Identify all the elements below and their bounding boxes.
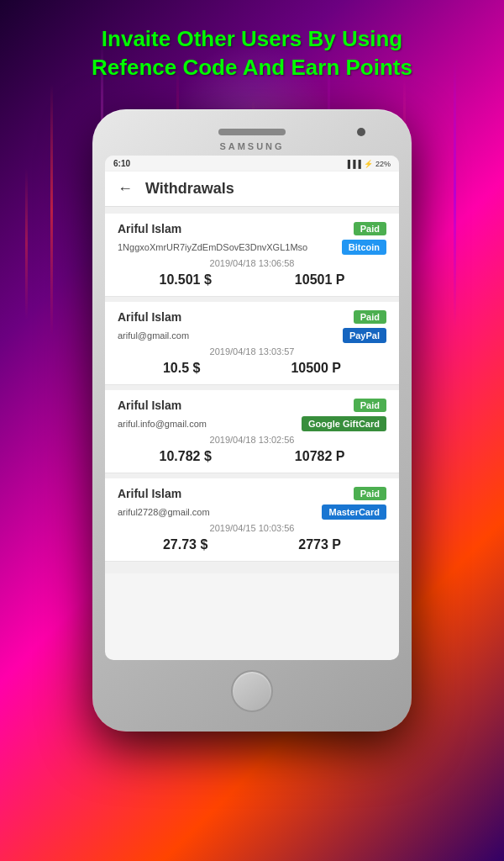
status-time: 6:10 (113, 159, 130, 168)
amount-usd: 27.73 $ (163, 537, 207, 552)
card-top-row: Ariful Islam Paid (118, 222, 386, 235)
address-row: ariful.info@gmail.com Google GiftCard (118, 416, 386, 431)
address-row: ariful@gmail.com PayPal (118, 328, 386, 343)
home-button[interactable] (231, 670, 273, 712)
address-row: 1NggxoXmrUR7iyZdEmDSovE3DnvXGL1Mso Bitco… (118, 240, 386, 255)
amount-points: 10500 P (291, 361, 341, 376)
status-icons: ▐▐▐ ⚡ 22% (345, 160, 391, 168)
phone-device: SAMSUNG 6:10 ▐▐▐ ⚡ 22% ← Withdrawals Ari… (92, 109, 412, 732)
method-badge: MasterCard (322, 504, 386, 520)
user-name: Ariful Islam (118, 399, 181, 412)
amount-usd: 10.782 $ (160, 449, 212, 464)
content-area: Ariful Islam Paid 1NggxoXmrUR7iyZdEmDSov… (105, 207, 399, 573)
phone-speaker (218, 129, 286, 135)
timestamp: 2019/04/18 13:03:57 (118, 346, 386, 357)
address-text: 1NggxoXmrUR7iyZdEmDSovE3DnvXGL1Mso (118, 242, 335, 252)
amount-points: 10782 P (295, 449, 345, 464)
amounts-row: 10.5 $ 10500 P (118, 361, 386, 376)
amounts-row: 10.501 $ 10501 P (118, 272, 386, 288)
withdrawal-card-0: Ariful Islam Paid 1NggxoXmrUR7iyZdEmDSov… (105, 214, 399, 297)
user-name: Ariful Islam (118, 222, 181, 235)
status-bar: 6:10 ▐▐▐ ⚡ 22% (105, 156, 399, 172)
amount-usd: 10.5 $ (163, 361, 200, 376)
user-name: Ariful Islam (118, 310, 181, 324)
card-top-row: Ariful Islam Paid (118, 399, 386, 412)
status-badge: Paid (354, 310, 386, 324)
phone-top (105, 122, 399, 140)
address-text: ariful@gmail.com (118, 330, 336, 341)
amount-usd: 10.501 $ (160, 272, 212, 288)
phone-screen: 6:10 ▐▐▐ ⚡ 22% ← Withdrawals Ariful Isla… (105, 156, 399, 660)
signal-icon: ▐▐▐ (345, 160, 361, 168)
timestamp: 2019/04/18 13:02:56 (118, 435, 386, 445)
amount-points: 2773 P (298, 537, 341, 552)
amount-points: 10501 P (295, 272, 345, 288)
withdrawal-card-3: Ariful Islam Paid ariful2728@gmail.com M… (105, 478, 399, 562)
withdrawal-card-2: Ariful Islam Paid ariful.info@gmail.com … (105, 390, 399, 473)
header-section: Invaite Other Users By Using Refence Cod… (0, 17, 504, 91)
status-badge: Paid (354, 399, 386, 412)
status-badge: Paid (354, 222, 386, 235)
timestamp: 2019/04/15 10:03:56 (118, 523, 386, 533)
navigation-bar: ← Withdrawals (105, 172, 399, 207)
method-badge: PayPal (343, 328, 386, 343)
address-text: ariful.info@gmail.com (118, 419, 295, 429)
user-name: Ariful Islam (118, 487, 181, 500)
amounts-row: 10.782 $ 10782 P (118, 449, 386, 464)
page-title: Withdrawals (145, 180, 234, 198)
phone-bottom (105, 660, 399, 719)
phone-camera (357, 128, 365, 136)
method-badge: Bitcoin (342, 240, 386, 255)
card-top-row: Ariful Islam Paid (118, 310, 386, 324)
withdrawal-card-1: Ariful Islam Paid ariful@gmail.com PayPa… (105, 302, 399, 385)
status-badge: Paid (354, 487, 386, 500)
amounts-row: 27.73 $ 2773 P (118, 537, 386, 552)
header-title: Invaite Other Users By Using Refence Cod… (17, 25, 487, 82)
back-button[interactable]: ← (118, 180, 133, 198)
timestamp: 2019/04/18 13:06:58 (118, 258, 386, 268)
battery-text: 22% (375, 160, 391, 168)
wifi-icon: ⚡ (364, 160, 373, 168)
address-text: ariful2728@gmail.com (118, 507, 315, 517)
phone-brand: SAMSUNG (105, 140, 399, 156)
card-top-row: Ariful Islam Paid (118, 487, 386, 500)
method-badge: Google GiftCard (302, 416, 386, 431)
address-row: ariful2728@gmail.com MasterCard (118, 504, 386, 520)
